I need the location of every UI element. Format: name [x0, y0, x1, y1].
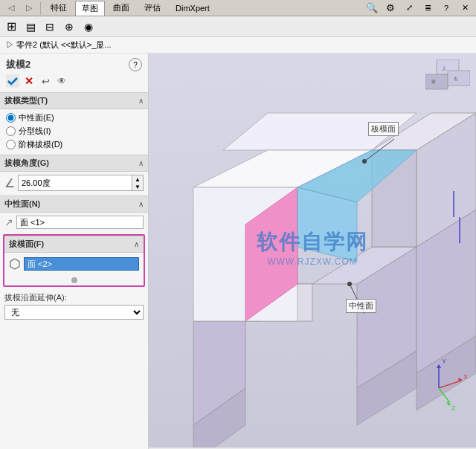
svg-point-24 [347, 282, 352, 286]
radio-parting-line[interactable]: 分型线(I) [6, 126, 142, 137]
help-button[interactable]: ? [129, 58, 142, 71]
angle-input-row: ∠ ▲ ▼ [0, 172, 148, 194]
preview-button[interactable]: 👁 [55, 74, 68, 88]
model-svg: Y X Z [149, 54, 476, 448]
radio-neutral-label: 中性面(E) [19, 112, 54, 123]
radio-stepped[interactable]: 阶梯拔模(D) [6, 139, 142, 150]
gear-icon[interactable]: ⚙ [382, 0, 399, 16]
angle-input[interactable] [19, 177, 132, 189]
neutral-face-icon: ↗ [4, 216, 13, 228]
tool2-icon[interactable]: ▤ [22, 19, 39, 35]
tool3-icon[interactable]: ⊟ [42, 19, 58, 35]
draft-face-icon: ⬡ [9, 256, 21, 272]
draft-face-row: ⬡ [4, 253, 144, 275]
sep1 [40, 1, 41, 15]
tab-bar: ◁ ▷ 特征 草图 曲面 评估 DimXpert 🔍 ⚙ ⤢ ≣ ? ✕ [0, 0, 476, 16]
help-icon[interactable]: ? [438, 0, 454, 16]
options-icon[interactable]: ≣ [419, 0, 436, 16]
breadcrumb-text: ▷ 零件2 (默认 <<默认>_显... [6, 39, 112, 51]
extend-section: 拔模沿面延伸(A): 无 [0, 289, 148, 323]
toolbar-right-icons: 🔍 ⚙ ⤢ ≣ ? ✕ [364, 0, 473, 16]
panel-header: 拔模2 ? ✕ ↩ 👁 [0, 54, 148, 91]
draft-type-options: 中性面(E) 分型线(I) 阶梯拔模(D) [0, 109, 148, 153]
neutral-face-label: 中性面(N) [4, 198, 40, 210]
svg-text:上: 上 [442, 66, 446, 71]
angle-input-wrap: ▲ ▼ [18, 175, 144, 191]
tab-icon-left[interactable]: ◁ [3, 0, 19, 16]
angle-spinner: ▲ ▼ [132, 175, 143, 190]
tab-sketch[interactable]: 草图 [75, 1, 105, 16]
svg-text:右: 右 [454, 77, 458, 81]
neutral-face-chevron [138, 200, 144, 208]
extend-label: 拔模沿面延伸(A): [4, 292, 144, 303]
left-panel: 拔模2 ? ✕ ↩ 👁 拔模类型(T) 中性面(E) [0, 54, 149, 449]
tool5-icon[interactable]: ◉ [80, 19, 97, 35]
panel-scroll-area: 拔模类型(T) 中性面(E) 分型线(I) 阶梯拔模(D) [0, 91, 148, 449]
tab-dimxpert[interactable]: DimXpert [169, 1, 216, 15]
svg-text:前: 前 [431, 80, 436, 84]
angle-up-button[interactable]: ▲ [132, 175, 143, 183]
radio-neutral-input[interactable] [6, 113, 16, 123]
undo-button[interactable]: ↩ [39, 74, 52, 88]
draft-type-chevron [138, 97, 144, 105]
extend-select[interactable]: 无 [4, 305, 144, 320]
navigation-cube[interactable]: 上 前 右 [425, 59, 470, 100]
tab-icon-right[interactable]: ▷ [21, 0, 37, 16]
angle-section-header[interactable]: 拔模角度(G) [0, 155, 148, 172]
radio-parting-label: 分型线(I) [19, 126, 51, 137]
svg-rect-38 [448, 71, 470, 85]
neutral-face-row: ↗ [0, 213, 148, 232]
draft-face-label: 拔模面(F) [9, 239, 44, 250]
draft-face-section-header[interactable]: 拔模面(F) [4, 236, 144, 253]
tab-evaluate[interactable]: 评估 [138, 0, 167, 16]
radio-stepped-input[interactable] [6, 140, 16, 149]
radio-neutral-face[interactable]: 中性面(E) [6, 112, 142, 123]
confirm-button[interactable] [6, 74, 19, 88]
expand-icon[interactable]: ⤢ [401, 0, 417, 16]
draft-face-chevron [134, 240, 139, 248]
tool1-icon[interactable]: ⊞ [3, 19, 19, 35]
radio-stepped-label: 阶梯拔模(D) [19, 139, 62, 150]
tab-feature[interactable]: 特征 [44, 0, 74, 16]
scroll-indicator-row [4, 275, 144, 285]
svg-rect-37 [425, 74, 448, 89]
breadcrumb: ▷ 零件2 (默认 <<默认>_显... [0, 37, 476, 54]
tool4-icon[interactable]: ⊕ [61, 19, 77, 35]
scroll-dot [71, 277, 77, 283]
cancel-button[interactable]: ✕ [22, 74, 36, 88]
angle-icon: ∠ [4, 176, 15, 190]
neutral-face-section-header[interactable]: 中性面(N) [0, 196, 148, 213]
angle-chevron [138, 159, 144, 167]
svg-text:Y: Y [442, 358, 446, 365]
draft-face-input[interactable] [24, 257, 139, 271]
neutral-face-input[interactable] [16, 216, 144, 229]
right-canvas: 软件自学网 WWW.RJZXW.COM [149, 54, 476, 449]
nav-cube-svg: 上 前 右 [425, 59, 470, 100]
panel-title: 拔模2 [6, 58, 129, 71]
main-area: 拔模2 ? ✕ ↩ 👁 拔模类型(T) 中性面(E) [0, 54, 476, 449]
main-toolbar: ⊞ ▤ ⊟ ⊕ ◉ [0, 16, 476, 37]
draft-type-section-header[interactable]: 拔模类型(T) [0, 92, 148, 109]
svg-text:Z: Z [451, 404, 456, 412]
angle-label: 拔模角度(G) [4, 158, 49, 169]
radio-parting-input[interactable] [6, 126, 16, 136]
svg-text:X: X [463, 373, 468, 381]
draft-type-label: 拔模类型(T) [4, 95, 48, 106]
svg-point-22 [362, 159, 367, 164]
search-icon[interactable]: 🔍 [364, 0, 380, 16]
tab-surface[interactable]: 曲面 [106, 0, 136, 16]
draft-face-highlight: 拔模面(F) ⬡ [3, 234, 145, 287]
close-icon[interactable]: ✕ [457, 0, 473, 16]
angle-down-button[interactable]: ▼ [132, 183, 143, 190]
svg-rect-0 [6, 74, 19, 88]
